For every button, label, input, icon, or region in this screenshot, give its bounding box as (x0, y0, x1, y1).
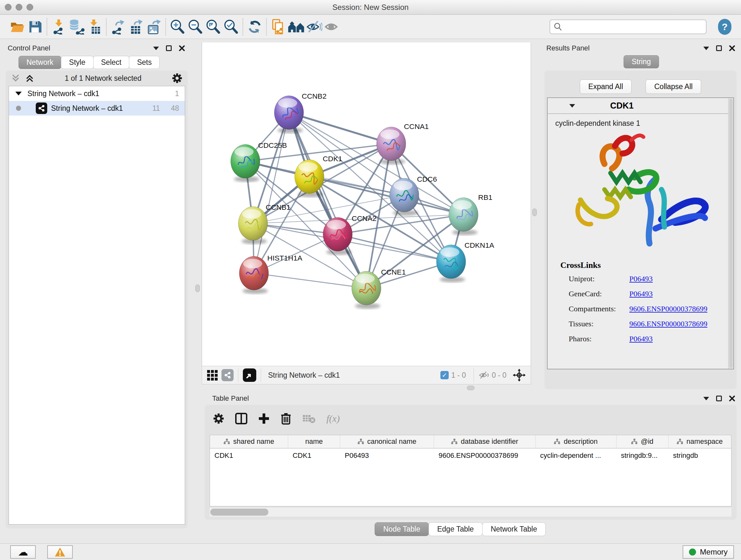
uniprot-link[interactable]: P06493 (629, 274, 653, 283)
show-hidden-button[interactable] (323, 17, 341, 37)
hidden-eye-slash-icon[interactable] (478, 371, 489, 380)
network-edge-CCNB2-CCNA1[interactable] (289, 113, 391, 144)
tab-sets[interactable]: Sets (129, 56, 159, 69)
float-panel-icon[interactable] (716, 45, 722, 51)
refresh-button[interactable] (246, 17, 264, 37)
column-header-database-identifier[interactable]: database identifier (434, 435, 536, 448)
horizontal-splitter-handle[interactable] (467, 386, 475, 390)
sitemap-icon (358, 439, 364, 444)
clone-network-button[interactable] (269, 17, 287, 37)
tissues-link[interactable]: 9606.ENSP00000378699 (629, 320, 708, 328)
export-network-button[interactable] (109, 17, 127, 37)
selected-count: 1 - 0 (451, 371, 466, 380)
node-label-CCNA2: CCNA2 (352, 214, 377, 223)
help-button[interactable]: ? (718, 19, 731, 35)
selected-checkbox-icon[interactable]: ✓ (441, 371, 449, 379)
column-header-canonical-name[interactable]: canonical name (340, 435, 434, 448)
network-edge-HIST1H1A-CCNE1[interactable] (254, 273, 366, 288)
crosshair-icon[interactable] (513, 369, 526, 381)
table-horizontal-scrollbar[interactable] (210, 507, 731, 516)
tab-string[interactable]: String (623, 55, 659, 68)
import-table-file-button[interactable] (85, 17, 104, 37)
tab-select[interactable]: Select (93, 56, 130, 69)
tab-node-table[interactable]: Node Table (375, 522, 429, 536)
zoom-fit-button[interactable] (204, 17, 222, 37)
table-row[interactable]: CDK1 CDK1 P06493 9606.ENSP00000378699 cy… (210, 449, 731, 462)
column-header-name[interactable]: name (288, 435, 340, 448)
export-image-button[interactable] (145, 17, 163, 37)
toolbar-separator (47, 18, 47, 36)
show-columns-icon[interactable] (235, 413, 247, 424)
grid-view-icon[interactable] (207, 370, 218, 381)
zoom-selected-icon (223, 19, 239, 35)
zoom-selected-button[interactable] (222, 17, 240, 37)
panel-menu-caret-icon[interactable] (153, 47, 159, 50)
refresh-icon (247, 19, 262, 35)
gear-icon[interactable] (172, 73, 183, 84)
network-node-CCNB2[interactable]: CCNB2 (274, 92, 327, 133)
network-node-CDKN1A[interactable]: CDKN1A (436, 241, 495, 283)
network-collection-row[interactable]: String Network – cdk1 1 (9, 86, 185, 101)
gene-name: CDK1 (610, 101, 634, 111)
pharos-link[interactable]: P06493 (629, 334, 653, 343)
collapse-all-button[interactable]: Collapse All (646, 79, 701, 94)
float-panel-icon[interactable] (166, 45, 172, 51)
network-view-badge-icon[interactable] (221, 369, 233, 381)
column-header-description[interactable]: description (536, 435, 616, 448)
sitemap-icon (554, 439, 560, 444)
tree-expand-caret-icon[interactable] (15, 91, 22, 96)
gene-collapse-caret-icon[interactable] (569, 104, 575, 108)
expand-all-button[interactable]: Expand All (580, 79, 632, 94)
network-node-HIST1H1A[interactable]: HIST1H1A (239, 254, 302, 294)
delete-column-icon[interactable] (280, 413, 291, 425)
right-splitter-handle[interactable] (532, 208, 537, 216)
close-panel-icon[interactable] (729, 395, 735, 401)
export-table-button[interactable] (127, 17, 145, 37)
double-house-icon (287, 20, 305, 34)
panel-menu-caret-icon[interactable] (703, 397, 709, 400)
save-session-button[interactable] (26, 17, 44, 37)
crosslinks-heading: CrossLinks (560, 260, 733, 270)
network-node-CCNA1[interactable]: CCNA1 (377, 122, 429, 165)
genecard-link[interactable]: P06493 (629, 290, 653, 298)
network-node-RB1[interactable]: RB1 (449, 193, 492, 235)
network-row-selected[interactable]: String Network – cdk1 1148 (9, 101, 185, 116)
cloud-status-button[interactable]: ☁ (10, 545, 36, 559)
warnings-button[interactable] (47, 545, 73, 559)
table-gear-icon[interactable] (213, 413, 224, 424)
home-layouts-button[interactable] (287, 17, 305, 37)
column-header-namespace[interactable]: namespace (669, 435, 731, 448)
close-panel-icon[interactable] (729, 45, 735, 51)
zoom-out-button[interactable] (186, 17, 204, 37)
compartments-link[interactable]: 9606.ENSP00000378699 (629, 305, 708, 313)
collapse-all-chevrons-icon[interactable] (11, 73, 20, 83)
network-edge-CCNB2-HIST1H1A[interactable] (254, 113, 289, 273)
close-panel-icon[interactable] (179, 45, 185, 51)
network-view[interactable]: CCNB2CCNA1CDC25BCDK1CDC6RB1CCNB1CCNA2CDK… (202, 43, 531, 366)
import-network-database-button[interactable] (68, 17, 85, 37)
float-panel-icon[interactable] (716, 395, 722, 401)
memory-button[interactable]: Memory (683, 545, 734, 559)
crosslinks-section: CrossLinks Uniprot:P06493 GeneCard:P0649… (560, 260, 733, 343)
tab-edge-table[interactable]: Edge Table (428, 522, 482, 536)
add-column-icon[interactable] (258, 413, 270, 424)
network-node-CCNA2[interactable]: CCNA2 (323, 214, 377, 255)
results-panel-title: Results Panel (546, 44, 590, 52)
gene-section-header[interactable]: CDK1 (548, 98, 733, 114)
tab-style[interactable]: Style (61, 56, 93, 69)
hide-unhide-button[interactable] (305, 17, 323, 37)
import-network-file-button[interactable] (50, 17, 68, 37)
left-splitter-handle[interactable] (195, 285, 200, 292)
panel-menu-caret-icon[interactable] (703, 47, 709, 50)
column-header-shared-name[interactable]: shared name (210, 435, 288, 448)
column-header-id[interactable]: @id (616, 435, 669, 448)
birdseye-view-icon[interactable] (243, 368, 256, 382)
tab-network[interactable]: Network (18, 56, 61, 69)
results-scrollbar[interactable] (728, 98, 733, 369)
open-session-button[interactable] (8, 17, 26, 37)
search-input[interactable] (562, 20, 706, 33)
zoom-in-button[interactable] (169, 17, 186, 37)
network-node-CCNE1[interactable]: CCNE1 (352, 268, 406, 309)
tab-network-table[interactable]: Network Table (482, 522, 546, 536)
expand-all-chevrons-icon[interactable] (25, 73, 35, 83)
